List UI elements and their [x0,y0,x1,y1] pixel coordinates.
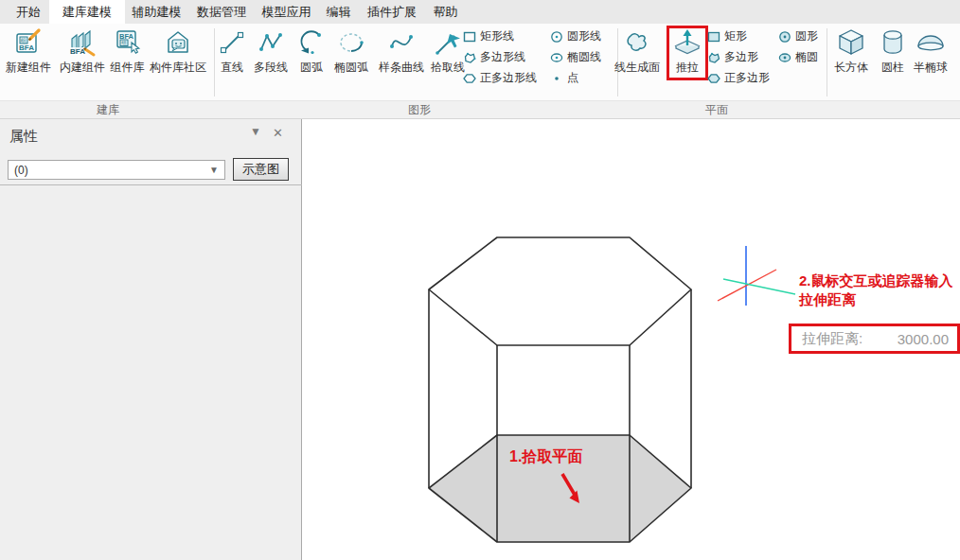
builtin-component-label: 内建组件 [60,61,105,74]
push-pull-icon [672,26,702,59]
ellipse-arc-icon [337,26,365,59]
ribbon-separator [827,28,827,96]
svg-text:BFA: BFA [70,47,85,56]
semi-ellipsoid-icon [915,26,947,59]
rect-plane-icon [707,30,720,44]
rect-line-button[interactable]: 矩形线 [463,28,514,44]
push-pull-label: 推拉 [676,61,699,74]
cylinder-button[interactable]: 圆柱 [879,26,907,83]
rect-plane-label: 矩形 [724,28,747,44]
arc-label: 圆弧 [300,61,323,74]
semi-ellipsoid-button[interactable]: 半椭球 [910,26,951,83]
panel-collapse-icon[interactable]: ▼ [250,125,261,138]
component-library-label: 组件库 [111,61,145,74]
rect-line-label: 矩形线 [480,28,514,44]
builtin-component-button[interactable]: BFA 内建组件 [56,26,109,83]
spline-button[interactable]: 样条曲线 [377,26,426,83]
rect-line-icon [463,30,476,44]
circle-plane-button[interactable]: 圆形 [778,28,818,44]
extrude-distance-tracker: 拉伸距离: 3000.00 [789,324,960,354]
ellipse-plane-button[interactable]: 椭圆 [778,49,818,65]
cuboid-label: 长方体 [834,61,868,74]
step1-annotation: 1.拾取平面 [509,447,582,467]
new-component-button[interactable]: 组 BFA 新建组件 [2,26,55,83]
circle-plane-label: 圆形 [795,28,818,44]
object-selector-dropdown[interactable]: (0) ▼ [8,160,225,180]
svg-text:BFA: BFA [19,44,34,52]
point-button[interactable]: 点 [550,70,578,86]
circle-plane-icon [778,30,791,44]
cuboid-icon [835,26,867,59]
tab-home[interactable]: 开始 [8,0,49,24]
panel-close-icon[interactable]: ✕ [273,126,283,140]
tab-help[interactable]: 帮助 [425,0,466,24]
component-community-button[interactable]: 构件库社区 [147,26,209,83]
step2-annotation-line1: 2.鼠标交互或追踪器输入 [799,271,953,290]
ribbon: 组 BFA 新建组件 BFA 内建组件 BFA [0,24,960,100]
surface-from-lines-button[interactable]: 线生成面 [613,26,662,83]
regular-polygon-plane-button[interactable]: 正多边形 [707,70,770,86]
polygon-plane-label: 多边形 [724,49,758,65]
regular-polygon-line-button[interactable]: 正多边形线 [463,70,537,86]
point-icon [550,72,563,85]
prism-top-face [429,237,691,345]
component-community-label: 构件库社区 [150,61,206,74]
rect-plane-button[interactable]: 矩形 [707,28,747,44]
component-library-icon: BFA 组 [113,26,143,59]
tab-edit[interactable]: 编辑 [318,0,359,24]
polyline-button[interactable]: 多段线 [252,26,290,83]
step2-annotation: 2.鼠标交互或追踪器输入 拉伸距离 [799,271,953,309]
ellipse-arc-button[interactable]: 椭圆弧 [332,26,370,83]
polygon-plane-icon [707,51,720,64]
axis-crosshair [718,246,795,306]
ellipse-line-icon [550,51,563,64]
circle-line-button[interactable]: 圆形线 [550,28,601,44]
svg-text:组: 组 [20,38,27,44]
extrude-distance-value[interactable]: 3000.00 [898,331,957,347]
tab-aux-modeling[interactable]: 辅助建模 [125,0,188,24]
ellipse-plane-label: 椭圆 [795,49,818,65]
component-community-icon [163,26,193,59]
schematic-button[interactable]: 示意图 [233,158,289,181]
new-component-label: 新建组件 [6,61,51,74]
tab-library-modeling[interactable]: 建库建模 [49,0,125,24]
polygon-plane-button[interactable]: 多边形 [707,49,758,65]
pick-line-button[interactable]: 拾取线 [429,26,467,83]
line-button[interactable]: 直线 [219,26,245,83]
regular-polygon-plane-label: 正多边形 [724,70,770,86]
pick-line-icon [434,26,462,59]
circle-line-label: 圆形线 [567,28,601,44]
regular-polygon-line-label: 正多边形线 [480,70,537,86]
cuboid-button[interactable]: 长方体 [832,26,870,83]
ellipse-line-label: 椭圆线 [567,49,601,65]
ribbon-group-label-row: 建库 图形 平面 [0,100,960,119]
drawing-canvas[interactable]: 1.拾取平面 2.鼠标交互或追踪器输入 拉伸距离 拉伸距离: 3000.00 [302,119,960,560]
surface-from-lines-label: 线生成面 [614,61,660,74]
group-label-library: 建库 [80,101,136,118]
arc-button[interactable]: 圆弧 [298,26,325,83]
tab-data-management[interactable]: 数据管理 [188,0,255,24]
arc-icon [297,26,326,59]
pick-line-label: 拾取线 [431,61,465,74]
point-label: 点 [567,70,578,86]
push-pull-button[interactable]: 推拉 [668,26,706,83]
panel-separator [0,184,302,185]
polyline-icon [257,26,285,59]
polygon-line-button[interactable]: 多边形线 [463,49,525,65]
cylinder-label: 圆柱 [881,61,904,74]
group-label-graphics: 图形 [391,101,448,118]
regular-polygon-plane-icon [707,72,720,85]
svg-text:组: 组 [121,40,127,45]
ellipse-plane-icon [778,51,791,64]
object-selector-value: (0) [14,164,28,177]
tab-model-application[interactable]: 模型应用 [255,0,318,24]
cylinder-icon [879,26,907,59]
tab-plugin-extension[interactable]: 插件扩展 [359,0,425,24]
ellipse-line-button[interactable]: 椭圆线 [550,49,601,65]
component-library-button[interactable]: BFA 组 组件库 [106,26,149,83]
spline-icon [387,26,416,59]
menu-tab-bar: 开始 建库建模 辅助建模 数据管理 模型应用 编辑 插件扩展 帮助 [0,0,960,24]
surface-from-lines-icon [623,26,651,59]
circle-line-icon [550,30,563,44]
ellipse-arc-label: 椭圆弧 [334,61,368,74]
